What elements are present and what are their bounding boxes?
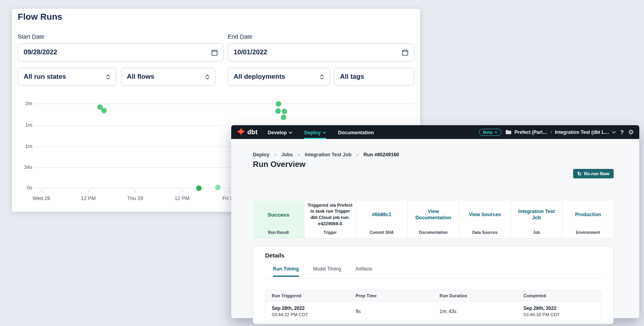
nav-item-label: Develop [268,130,287,135]
chart-x-tick-label: 12 PM [168,195,196,201]
chart-x-tick [41,191,42,193]
account-switcher[interactable]: Prefect (Part… / Integration Test (dbt L… [506,130,616,135]
filter-select-all-deployments[interactable]: All deployments [228,68,330,86]
run-timing-table: Run TriggeredPrep TimeRun DurationComple… [265,290,601,321]
flow-run-dot[interactable] [276,101,281,107]
cell-line-secondary: 03:44:22 PM CDT [272,312,349,317]
chart-x-tick [229,191,229,193]
nav-item-label: Documentation [338,130,374,135]
cell-line-primary: Sep 28th, 2022 [523,306,601,311]
chart-x-tick [182,191,182,193]
flow-run-dot[interactable] [101,108,107,113]
table-header-run-triggered: Run Triggered [265,290,349,301]
summary-card-value[interactable]: Integration Test Job [511,201,562,228]
table-header-prep-time: Prep Time [349,290,433,301]
dbt-logo[interactable]: dbt [237,127,258,137]
chevron-updown-icon [205,74,210,80]
chart-x-tick-label: Thu 29 [121,195,149,201]
nav-item-develop[interactable]: Develop [268,125,293,139]
desktop: Flow Runs Start Date End Date 09/28/2022… [0,0,644,326]
cell-line-primary: Sep 28th, 2022 [272,306,349,311]
table-body: Sep 28th, 202203:44:22 PM CDT9s1m, 43sSe… [265,302,601,321]
filter-select-all-flows[interactable]: All flows [121,68,215,86]
summary-card-environment[interactable]: ProductionEnvironment [562,201,614,238]
flow-run-dot[interactable] [282,109,287,114]
summary-card-value[interactable]: #6b86c1 [356,201,407,228]
summary-card-value[interactable]: View Documentation [408,201,459,228]
summary-card-job[interactable]: Integration Test JobJob [510,201,562,238]
summary-card-label: Commit SHA [356,230,407,235]
table-cell: 1m, 43s [433,302,517,321]
flow-run-dot[interactable] [281,115,286,120]
start-date-input[interactable]: 09/28/2022 [18,43,224,61]
flow-run-dot[interactable] [215,185,221,190]
chevron-down-icon [323,132,326,134]
end-date-input[interactable]: 10/01/2022 [228,43,414,61]
table-cell: 9s [349,302,433,321]
chart-x-tick [135,191,135,193]
nav-item-deploy[interactable]: Deploy [304,125,326,139]
flow-run-dot[interactable] [196,185,202,191]
flow-runs-title: Flow Runs [18,12,62,22]
chevron-down-icon [289,132,292,134]
chevron-updown-icon [320,74,324,80]
filter-select-label: All flows [127,73,154,81]
chevron-down-icon [612,131,616,133]
refresh-icon: ↻ [577,171,582,176]
calendar-icon[interactable] [211,49,218,56]
summary-card-trigger: Triggered via Prefect in task run Trigge… [304,201,356,238]
beta-label: Beta [483,130,492,135]
table-row: Sep 28th, 202203:44:22 PM CDT9s1m, 43sSe… [265,302,601,321]
beta-dropdown[interactable]: Beta [479,129,501,136]
breadcrumb-item-deploy[interactable]: Deploy [253,152,269,157]
summary-card-commit-sha[interactable]: #6b86c1Commit SHA [356,201,407,238]
breadcrumb: Deploy>Jobs>Integration Test Job>Run #85… [253,152,399,157]
summary-card-data-sources[interactable]: View SourcesData Sources [459,201,510,238]
tab-artifacts[interactable]: Artifacts [355,266,372,277]
breadcrumb-separator: > [297,152,300,157]
filter-select-all-tags[interactable]: All tags [334,68,414,86]
dbt-nav-menu: DevelopDeployDocumentation [268,125,374,139]
summary-card-label: Trigger [304,230,356,235]
filter-select-all-run-states[interactable]: All run states [18,68,116,86]
summary-card-value[interactable]: View Sources [459,201,510,228]
nav-item-label: Deploy [304,130,321,135]
chart-y-tick-label: 0s [15,185,32,191]
tab-run-timing[interactable]: Run Timing [273,266,299,277]
chart-x-tick-label: 12 PM [74,195,102,201]
summary-card-documentation[interactable]: View DocumentationDocumentation [407,201,459,238]
calendar-icon[interactable] [402,49,408,56]
chart-y-tick-label: 1m [15,122,32,128]
chevron-down-icon [494,131,497,133]
table-header-completed: Completed [517,290,601,301]
breadcrumb-item-integration-test-job[interactable]: Integration Test Job [305,152,352,157]
tabs-divider [265,278,601,278]
cell-line-secondary: 03:46:16 PM CDT [523,312,601,317]
project-name[interactable]: Prefect (Part… [514,130,547,135]
summary-card-label: Data Sources [459,230,510,235]
summary-card-label: Environment [562,230,614,235]
table-header-row: Run TriggeredPrep TimeRun DurationComple… [265,290,601,302]
help-icon[interactable]: ? [620,129,624,135]
cell-line-primary: 1m, 43s [440,309,517,314]
summary-card-label: Job [511,230,562,235]
chevron-updown-icon [106,74,110,80]
summary-card-label: Documentation [408,230,459,235]
environment-name[interactable]: Integration Test (dbt L… [555,130,609,135]
rerun-now-button[interactable]: ↻ Re-run Now [573,169,614,178]
gear-icon[interactable]: ⚙ [628,129,634,135]
chevron-down-icon [323,132,326,134]
dbt-content: Deploy>Jobs>Integration Test Job>Run #85… [231,139,639,318]
dbt-brand-text: dbt [247,129,258,136]
chart-y-tick-label: 2m [15,100,32,106]
breadcrumb-separator: > [356,152,358,157]
start-date-label: Start Date [18,33,45,40]
breadcrumb-item-jobs[interactable]: Jobs [281,152,293,157]
run-summary-cards: SuccessRun ResultTriggered via Prefect i… [253,201,614,238]
summary-card-value[interactable]: Production [562,201,614,228]
summary-card-value: Triggered via Prefect in task run Trigge… [304,201,356,228]
nav-item-documentation[interactable]: Documentation [338,125,374,139]
dbt-nav-right: Beta Prefect (Part… / Integration Test (… [479,129,634,136]
tab-model-timing[interactable]: Model Timing [313,266,341,277]
flow-run-dot[interactable] [275,108,281,114]
